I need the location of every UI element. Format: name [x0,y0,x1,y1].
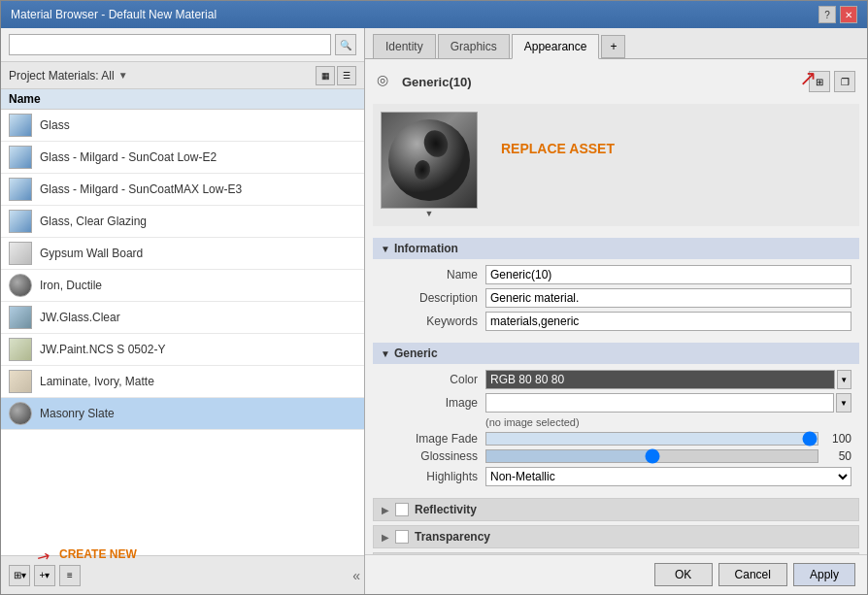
material-name: Glass [40,118,70,132]
window-controls: ? ✕ [818,6,857,23]
generic-label: Generic [394,347,438,360]
svg-point-0 [388,119,470,201]
delete-button[interactable]: ≡ [59,565,81,586]
image-fade-value: 100 [822,432,851,446]
preview-dropdown[interactable]: ▼ [381,209,478,218]
cancel-button[interactable]: Cancel [718,563,787,586]
keywords-label: Keywords [381,314,478,328]
tab-graphics[interactable]: Graphics [438,34,510,58]
tab-add-button[interactable]: + [601,35,625,58]
grid-view-button[interactable]: ▦ [316,66,335,85]
panel-content: ◎ Generic(10) ⊞ ❐ ↗ [365,59,867,554]
material-name: Glass - Milgard - SunCoat Low-E2 [40,150,217,164]
reflectivity-section: ▶ Reflectivity [373,498,859,521]
image-row: ▼ [485,393,851,413]
filter-icons: ▦ ☰ [316,66,356,85]
generic-section: ▼ Generic Color RGB 80 80 80 ▼ [373,343,859,494]
transparency-checkbox[interactable] [395,530,409,544]
collapse-button[interactable]: « [349,568,364,583]
description-input[interactable] [485,288,851,308]
replace-asset-label: REPLACE ASSET [501,141,851,156]
glossiness-row: 50 [485,449,851,463]
list-header: Name [1,89,364,110]
name-label: Name [381,268,478,281]
highlights-label: Highlights [381,470,478,483]
list-item[interactable]: Glass - Milgard - SunCoat Low-E2 [1,142,364,174]
list-item[interactable]: Glass - Milgard - SunCoatMAX Low-E3 [1,174,364,206]
information-header[interactable]: ▼ Information [373,238,859,259]
list-view-button[interactable]: ☰ [337,66,356,85]
material-thumbnail [9,242,32,265]
color-row: RGB 80 80 80 ▼ [485,370,851,389]
bottom-bar: ⊞▾ ↙ +▾ ≡ CREATE NEW « [1,555,364,594]
filter-dropdown-arrow[interactable]: ▼ [118,70,128,81]
search-input[interactable] [9,34,331,55]
dialog-title: Material Browser - Default New Material [11,8,217,21]
reflectivity-label: Reflectivity [415,503,477,516]
no-image-label: (no image selected) [485,416,851,428]
material-thumbnail [9,306,32,329]
list-item[interactable]: JW.Glass.Clear [1,302,364,334]
help-button[interactable]: ? [818,6,836,23]
keywords-input[interactable] [485,312,851,331]
transparency-label: Transparency [415,530,490,544]
list-item[interactable]: JW.Paint.NCS S 0502-Y [1,334,364,366]
image-dropdown[interactable]: ▼ [836,393,851,413]
create-new-annotation: CREATE NEW [59,547,137,561]
material-header: ◎ Generic(10) ⊞ ❐ ↗ [373,67,859,96]
preview-sphere [385,116,473,204]
transparency-header[interactable]: ▶ Transparency [373,525,859,548]
material-thumbnail [9,274,32,297]
close-button[interactable]: ✕ [840,6,857,23]
replace-asset-button[interactable]: ⊞ [809,71,830,92]
material-thumbnail [9,370,32,393]
filter-bar: Project Materials: All ▼ ▦ ☰ [1,62,364,89]
search-button[interactable]: 🔍 [335,34,356,55]
name-input[interactable] [485,265,851,284]
list-item[interactable]: Gypsum Wall Board [1,238,364,270]
apply-button[interactable]: Apply [793,563,855,586]
glossiness-slider[interactable] [485,449,818,463]
duplicate-button[interactable]: ↙ +▾ [34,565,55,586]
reflectivity-arrow: ▶ [382,505,389,515]
highlights-select[interactable]: Non-Metallic Metallic [485,467,851,486]
image-fade-label: Image Fade [381,432,478,446]
material-name: Glass - Milgard - SunCoatMAX Low-E3 [40,182,242,196]
material-name: Iron, Ductile [40,279,102,292]
image-fade-row: 100 [485,432,851,446]
material-icon: ◎ [377,72,396,91]
material-thumbnail [9,402,32,425]
copy-button[interactable]: ❐ [834,71,855,92]
material-thumbnail [9,178,32,201]
ok-button[interactable]: OK [654,563,713,586]
tab-appearance[interactable]: Appearance [512,34,600,59]
color-dropdown[interactable]: ▼ [837,370,851,389]
material-thumbnail [9,210,32,233]
highlights-row: Non-Metallic Metallic [485,467,851,486]
main-content: 🔍 Project Materials: All ▼ ▦ ☰ Name Glas… [1,28,867,594]
reflectivity-checkbox[interactable] [395,503,409,516]
color-picker[interactable]: RGB 80 80 80 [485,370,835,389]
glossiness-value: 50 [822,449,851,463]
list-item[interactable]: Iron, Ductile [1,270,364,302]
list-item[interactable]: Glass [1,110,364,142]
material-name: Laminate, Ivory, Matte [40,375,154,388]
tab-identity[interactable]: Identity [373,34,436,58]
list-item[interactable]: Laminate, Ivory, Matte [1,366,364,398]
information-section: ▼ Information Name Description Keywords [373,238,859,339]
add-material-button[interactable]: ⊞▾ [9,565,30,586]
material-title: Generic(10) [402,75,803,89]
generic-header[interactable]: ▼ Generic [373,343,859,364]
reflectivity-header[interactable]: ▶ Reflectivity [373,498,859,521]
color-label: Color [381,373,478,386]
replace-area: REPLACE ASSET [485,112,851,156]
tabs: Identity Graphics Appearance + [365,28,867,59]
information-label: Information [394,242,458,255]
list-item[interactable]: Masonry Slate [1,398,364,430]
preview-image[interactable] [381,112,478,209]
image-input[interactable] [485,393,834,413]
list-item[interactable]: Glass, Clear Glazing [1,206,364,238]
filter-label: Project Materials: All [9,69,115,83]
description-label: Description [381,291,478,305]
image-fade-slider[interactable] [485,432,818,446]
